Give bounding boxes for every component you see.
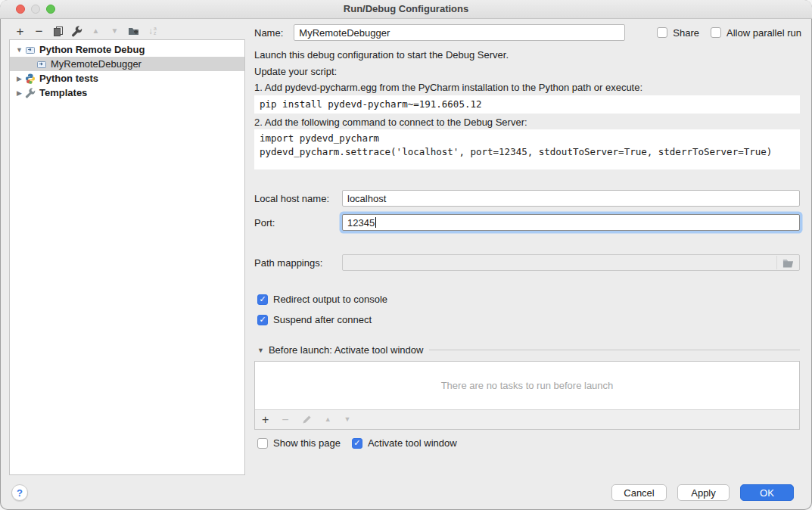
port-input[interactable]: 12345 bbox=[342, 214, 800, 231]
local-host-row: Local host name: bbox=[254, 190, 800, 207]
path-mappings-row: Path mappings: bbox=[254, 254, 800, 271]
edit-defaults-icon[interactable] bbox=[67, 23, 86, 39]
share-checkbox[interactable]: ✓ bbox=[657, 27, 667, 38]
chevron-right-icon[interactable]: ▶ bbox=[14, 89, 24, 97]
suspend-after-connect-checkbox[interactable]: ✓ bbox=[257, 315, 268, 325]
remove-configuration-icon[interactable]: − bbox=[30, 23, 48, 39]
path-mappings-label: Path mappings: bbox=[254, 257, 342, 269]
remove-task-icon: − bbox=[282, 414, 288, 426]
configurations-tree: ▼ Python Remote Debug MyRemoteDebugger ▶ bbox=[9, 39, 245, 475]
move-task-down-icon: ▼ bbox=[344, 416, 351, 423]
tree-item-templates[interactable]: ▶ Templates bbox=[10, 86, 244, 100]
step-1-text: 1. Add pydevd-pycharm.egg from the PyCha… bbox=[254, 81, 642, 95]
allow-parallel-run-label: Allow parallel run bbox=[726, 27, 801, 39]
port-value: 12345 bbox=[347, 217, 375, 229]
step-2-text: 2. Add the following command to connect … bbox=[254, 116, 527, 129]
code-line: pydevd_pycharm.settrace('localhost', por… bbox=[260, 146, 772, 157]
tree-item-label: MyRemoteDebugger bbox=[51, 58, 142, 70]
before-launch-header[interactable]: ▼ Before launch: Activate tool window bbox=[257, 344, 800, 356]
edit-task-icon bbox=[302, 415, 312, 424]
window-title: Run/Debug Configurations bbox=[0, 0, 812, 18]
tasks-toolbar: + − ▲ ▼ bbox=[255, 409, 799, 429]
before-launch-tasks-panel: There are no tasks to run before launch … bbox=[254, 361, 800, 430]
apply-button[interactable]: Apply bbox=[677, 484, 730, 501]
configurations-toolbar: + − ▲ ▼ ↓az bbox=[11, 23, 162, 39]
wrench-icon bbox=[24, 87, 36, 99]
text-caret bbox=[375, 217, 376, 228]
name-label: Name: bbox=[254, 27, 283, 39]
folder-icon bbox=[782, 258, 794, 268]
tree-item-label: Python tests bbox=[39, 73, 98, 84]
port-label: Port: bbox=[254, 217, 342, 229]
add-task-icon[interactable]: + bbox=[262, 414, 269, 426]
no-tasks-message: There are no tasks to run before launch bbox=[255, 362, 799, 409]
activate-tool-window-label: Activate tool window bbox=[368, 437, 457, 449]
local-host-input[interactable] bbox=[342, 190, 800, 207]
activate-tool-window-checkbox[interactable]: ✓ bbox=[352, 438, 362, 449]
question-mark-icon: ? bbox=[17, 487, 23, 499]
name-input[interactable] bbox=[294, 24, 625, 41]
cancel-button[interactable]: Cancel bbox=[611, 484, 667, 501]
tree-item-python-tests[interactable]: ▶ Python tests bbox=[10, 71, 244, 86]
sort-alphabetically-icon: ↓az bbox=[143, 23, 162, 39]
new-folder-icon[interactable] bbox=[124, 23, 143, 39]
ok-button[interactable]: OK bbox=[740, 484, 794, 501]
name-row: Name: ✓ Share ✓ Allow parallel run bbox=[254, 24, 801, 41]
description-line-1: Launch this debug configuration to start… bbox=[254, 48, 509, 62]
tree-item-python-remote-debug[interactable]: ▼ Python Remote Debug bbox=[10, 42, 244, 57]
redirect-output-label: Redirect output to console bbox=[273, 294, 387, 305]
redirect-output-row: ✓ Redirect output to console bbox=[257, 294, 387, 305]
before-launch-title: Before launch: Activate tool window bbox=[269, 344, 424, 356]
run-config-icon bbox=[36, 58, 48, 70]
code-line: import pydevd_pycharm bbox=[260, 132, 379, 144]
dialog-buttons: Cancel Apply OK bbox=[611, 484, 794, 501]
help-button[interactable]: ? bbox=[11, 484, 28, 501]
tree-item-label: Templates bbox=[39, 87, 87, 98]
chevron-down-icon[interactable]: ▼ bbox=[14, 46, 24, 54]
divider bbox=[429, 350, 800, 350]
redirect-output-checkbox[interactable]: ✓ bbox=[257, 294, 268, 305]
python-icon bbox=[24, 73, 36, 85]
run-config-icon bbox=[24, 44, 36, 56]
chevron-down-icon[interactable]: ▼ bbox=[257, 347, 264, 354]
show-this-page-label: Show this page bbox=[273, 437, 341, 449]
share-label: Share bbox=[673, 27, 699, 39]
page-options-row: ✓ Show this page ✓ Activate tool window bbox=[257, 437, 457, 449]
port-row: Port: 12345 bbox=[254, 214, 800, 231]
chevron-right-icon[interactable]: ▶ bbox=[14, 75, 24, 82]
tree-item-myremotedebugger[interactable]: MyRemoteDebugger bbox=[10, 57, 244, 71]
suspend-after-connect-row: ✓ Suspend after connect bbox=[257, 314, 372, 325]
copy-configuration-icon[interactable] bbox=[48, 23, 67, 39]
path-mappings-input[interactable] bbox=[342, 254, 800, 271]
local-host-label: Local host name: bbox=[254, 193, 342, 204]
browse-button[interactable] bbox=[776, 256, 798, 269]
pip-install-code[interactable]: pip install pydevd-pycharm~=191.6605.12 bbox=[254, 95, 800, 114]
add-configuration-icon[interactable]: + bbox=[11, 23, 30, 39]
settrace-code[interactable]: import pydevd_pycharm pydevd_pycharm.set… bbox=[254, 129, 800, 169]
show-this-page-checkbox[interactable]: ✓ bbox=[257, 438, 268, 449]
run-debug-configurations-dialog: Run/Debug Configurations + − ▲ ▼ ↓az ▼ P… bbox=[0, 0, 812, 510]
description-line-2: Update your script: bbox=[254, 65, 337, 79]
allow-parallel-run-checkbox[interactable]: ✓ bbox=[711, 27, 721, 38]
tree-item-label: Python Remote Debug bbox=[39, 44, 145, 55]
titlebar[interactable]: Run/Debug Configurations bbox=[0, 0, 812, 19]
move-down-icon: ▼ bbox=[105, 23, 124, 39]
move-up-icon: ▲ bbox=[86, 23, 105, 39]
move-task-up-icon: ▲ bbox=[325, 416, 331, 423]
suspend-after-connect-label: Suspend after connect bbox=[273, 314, 372, 325]
